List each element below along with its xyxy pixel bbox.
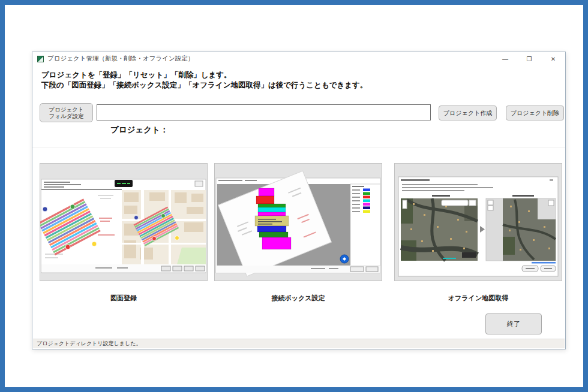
project-path-input[interactable] [97,104,431,120]
exit-button[interactable]: 終了 [485,313,542,334]
mini-bottom-bar [41,264,206,272]
zoom-control [403,200,407,209]
connection-box-preview [215,164,382,281]
legend-panel [350,184,380,266]
project-folder-button-line2: フォルダ設定 [49,113,84,119]
instruction-line-1: プロジェクトを「登録」「リセット」「削除」します。 [41,70,232,80]
titlebar: プロジェクト管理（新規・削除・オフライン設定） — ❐ ✕ [32,52,565,65]
project-create-button[interactable]: プロジェクト作成 [439,105,497,120]
drawing-registration-preview [40,164,207,281]
thumbnail-drawing-registration[interactable] [40,163,208,281]
offline-map-preview [395,164,562,281]
app-icon [37,56,44,62]
locate-button [340,255,349,263]
status-bar: プロジェクトディレクトリ設定しました。 [33,339,565,348]
maximize-icon[interactable]: ❐ [517,52,541,65]
window-title: プロジェクト管理（新規・削除・オフライン設定） [47,55,194,63]
app-frame: プロジェクト管理（新規・削除・オフライン設定） — ❐ ✕ プロジェクトを「登録… [0,0,588,392]
street-map-pane [122,190,206,264]
project-label: プロジェクト： [110,125,168,135]
section-divider [32,147,565,147]
spinner-down [488,206,493,210]
caption-offline-map-acquisition: オフライン地図取得 [394,294,562,303]
project-management-dialog: プロジェクト管理（新規・削除・オフライン設定） — ❐ ✕ プロジェクトを「登録… [32,52,566,349]
close-icon[interactable]: ✕ [541,52,565,65]
window-controls: — ❐ ✕ [493,52,565,65]
thumbnail-offline-map-acquisition[interactable] [394,163,562,281]
thumbnail-connection-box-settings[interactable] [214,163,382,281]
project-folder-button[interactable]: プロジェクト フォルダ設定 [40,103,93,122]
drawing-pane [40,190,121,264]
spinner-up [488,200,493,205]
caption-drawing-registration: 図面登録 [40,294,208,303]
offline-tiles-panel [486,198,556,264]
status-text: プロジェクトディレクトリ設定しました。 [37,340,141,348]
instruction-line-2: 下段の「図面登録」「接続ボックス設定」「オフライン地図取得」は後で行うこともでき… [41,80,367,91]
online-map-panel [401,198,478,261]
attribution-link [532,262,556,264]
search-box [442,200,468,206]
distance-badge [115,180,133,187]
project-folder-button-line1: プロジェクト [49,106,83,113]
mini-menu-button [195,181,203,186]
mini-bottom-bar [216,266,380,273]
minimize-icon[interactable]: — [493,52,517,65]
caption-connection-box-settings: 接続ボックス設定 [214,294,382,303]
project-delete-button[interactable]: プロジェクト削除 [506,105,564,120]
